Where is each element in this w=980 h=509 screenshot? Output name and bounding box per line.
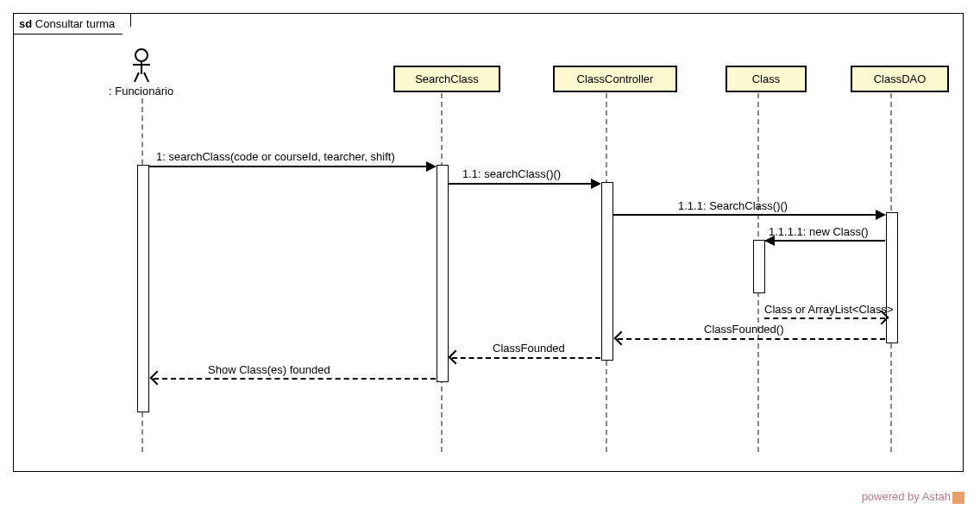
- return-r3: ClassFounded: [493, 342, 565, 355]
- arrow-m1-1-1-1: [764, 240, 885, 242]
- arrow-m1-1-1: [612, 214, 884, 216]
- return-r1: Class or ArrayList<Class>: [764, 303, 894, 316]
- arrowhead-r4: [150, 371, 165, 386]
- arrowhead-m1-1-1: [876, 210, 886, 220]
- activation-actor: [137, 165, 149, 412]
- arrow-m1: [148, 166, 435, 167]
- arrowhead-m1-1-1-1: [764, 236, 775, 246]
- arrowhead-m1: [426, 161, 437, 172]
- arrowhead-m1-1: [591, 179, 601, 189]
- arrowhead-r3: [449, 350, 463, 365]
- frame-prefix: sd: [19, 17, 32, 30]
- activation-classcontroller: [601, 182, 613, 361]
- arrow-r3: [452, 357, 600, 359]
- msg-1: 1: searchClass(code or courseId, tearche…: [156, 150, 395, 163]
- activation-classdao: [886, 212, 898, 343]
- actor-label: : Funcionário: [109, 85, 173, 97]
- return-r4: Show Class(es) founded: [208, 363, 330, 376]
- arrow-m1-1: [448, 183, 600, 185]
- actor-funcionario: : Funcionário: [109, 48, 173, 97]
- arrowhead-r2: [614, 331, 629, 346]
- lifeline-box-classdao: ClassDAO: [851, 66, 949, 92]
- sequence-diagram-frame: sd Consultar turma : Funcionário SearchC…: [13, 13, 964, 472]
- arrow-r2: [618, 338, 885, 340]
- msg-1-1-1: 1.1.1: SearchClass()(): [678, 199, 788, 212]
- footer-branding: powered by Astah: [862, 490, 964, 504]
- frame-name: Consultar turma: [35, 17, 115, 30]
- return-r2: ClassFounded(): [704, 323, 784, 336]
- lifeline-box-class: Class: [726, 66, 807, 92]
- msg-1-1: 1.1: searchClass()(): [462, 167, 561, 180]
- msg-1-1-1-1: 1.1.1.1: new Class(): [769, 225, 869, 238]
- lifeline-box-classcontroller: ClassController: [553, 66, 677, 92]
- activation-class: [753, 240, 765, 293]
- astah-icon: [952, 492, 964, 504]
- arrow-r1: [764, 317, 885, 319]
- frame-title: sd Consultar turma: [14, 14, 131, 35]
- lifeline-box-searchclass: SearchClass: [393, 66, 500, 92]
- actor-icon: [131, 48, 152, 83]
- activation-searchclass: [437, 165, 449, 382]
- arrow-r4: [154, 378, 436, 380]
